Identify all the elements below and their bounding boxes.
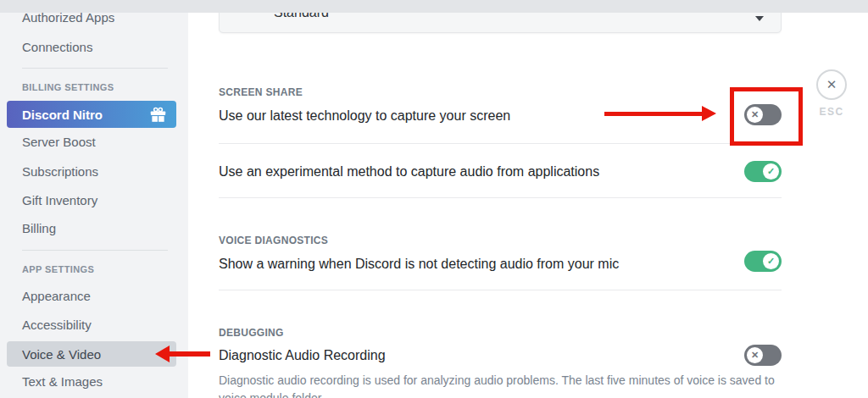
sidebar-header-billing-settings: BILLING SETTINGS <box>22 82 114 92</box>
section-header-screen-share: SCREEN SHARE <box>219 86 303 98</box>
setting-label-diagnostic-recording: Diagnostic Audio Recording <box>219 348 386 363</box>
sidebar-item-label: Voice & Video <box>22 347 101 362</box>
sidebar-item-gift-inventory[interactable]: Gift Inventory <box>22 193 97 207</box>
toggle-mic-warning-on[interactable]: ✓ <box>744 251 782 272</box>
toggle-check-icon: ✓ <box>763 253 779 269</box>
section-header-voice-diagnostics: VOICE DIAGNOSTICS <box>219 235 328 246</box>
annotation-highlight-box <box>730 87 803 146</box>
section-divider <box>219 197 782 198</box>
sidebar-item-text-images[interactable]: Text & Images <box>22 374 103 389</box>
chevron-down-icon <box>755 16 764 21</box>
setting-label-experimental-audio: Use an experimental method to capture au… <box>219 164 599 180</box>
sidebar-item-label: Discord Nitro <box>22 108 103 122</box>
section-header-debugging: DEBUGGING <box>219 327 284 339</box>
toggle-check-icon: ✓ <box>763 163 779 180</box>
sidebar-item-subscriptions[interactable]: Subscriptions <box>22 164 98 179</box>
sidebar-item-billing[interactable]: Billing <box>22 221 56 235</box>
sidebar-divider <box>22 68 168 69</box>
diagnostic-recording-description: Diagnostic audio recording is used for a… <box>219 372 782 398</box>
sidebar-divider <box>22 250 168 251</box>
toggle-x-icon: ✕ <box>747 347 763 363</box>
settings-sidebar: Authorized Apps Connections BILLING SETT… <box>0 0 188 398</box>
sidebar-header-app-settings: APP SETTINGS <box>22 264 94 274</box>
setting-label-mic-warning: Show a warning when Discord is not detec… <box>219 257 619 272</box>
sidebar-item-connections[interactable]: Connections <box>22 40 92 54</box>
annotation-arrow-to-toggle <box>604 112 704 116</box>
close-icon: ✕ <box>826 77 837 92</box>
sidebar-item-accessibility[interactable]: Accessibility <box>22 318 92 332</box>
section-divider <box>219 143 782 144</box>
toggle-diagnostic-recording-off[interactable]: ✕ <box>744 345 782 366</box>
annotation-arrowhead-icon <box>702 106 716 121</box>
toggle-experimental-audio-on[interactable]: ✓ <box>744 161 782 182</box>
annotation-arrowhead-icon <box>155 345 170 362</box>
setting-label-screen-capture: Use our latest technology to capture you… <box>219 108 510 124</box>
sidebar-item-discord-nitro[interactable]: Discord Nitro <box>7 101 176 128</box>
gift-icon <box>150 107 166 123</box>
esc-label: ESC <box>813 106 850 118</box>
sidebar-item-voice-video[interactable]: Voice & Video <box>7 341 176 367</box>
close-button[interactable]: ✕ <box>816 69 847 100</box>
sidebar-item-appearance[interactable]: Appearance <box>22 289 91 303</box>
top-crop-strip <box>0 0 868 13</box>
section-divider <box>219 290 782 290</box>
sidebar-item-server-boost[interactable]: Server Boost <box>22 135 96 149</box>
annotation-arrow-to-voice-video <box>168 351 210 357</box>
